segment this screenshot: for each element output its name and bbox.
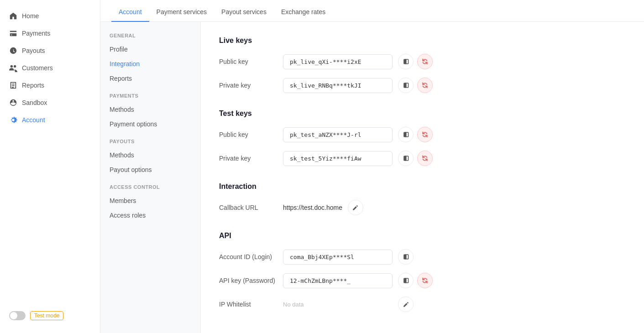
sub-nav-section-payments: PAYMENTS Methods Payment options xyxy=(100,93,200,131)
live-private-key-value[interactable]: sk_live_RNBq****tkJI xyxy=(283,78,393,93)
sub-nav-item-payout-options[interactable]: Payout options xyxy=(100,162,200,177)
test-private-key-copy-button[interactable] xyxy=(398,151,414,166)
live-public-key-row: Public key pk_live_qXi-****i2xE xyxy=(219,54,626,69)
live-private-key-refresh-button[interactable] xyxy=(417,78,433,93)
live-private-key-actions xyxy=(398,78,433,93)
ip-whitelist-edit-button[interactable] xyxy=(398,297,414,312)
sidebar-item-home[interactable]: Home xyxy=(0,7,100,25)
api-key-copy-button[interactable] xyxy=(398,273,414,288)
live-private-key-copy-button[interactable] xyxy=(398,78,414,93)
test-mode-area: Test mode xyxy=(0,306,100,326)
sub-nav-item-integration[interactable]: Integration xyxy=(100,57,200,71)
reports-icon xyxy=(9,81,17,89)
sidebar-item-sandbox[interactable]: Sandbox xyxy=(0,94,100,111)
live-private-key-label: Private key xyxy=(219,82,283,89)
api-key-value[interactable]: 12-mChZmLBnp****_ xyxy=(283,273,393,288)
sub-nav-section-label-general: GENERAL xyxy=(100,33,200,42)
test-public-key-value[interactable]: pk_test_aNZX****J-rl xyxy=(283,127,393,142)
account-id-value[interactable]: coma_Bbj4XEp****Sl xyxy=(283,250,393,265)
ip-whitelist-row: IP Whitelist No data xyxy=(219,297,626,312)
sidebar-item-payouts[interactable]: Payouts xyxy=(0,42,100,59)
api-key-refresh-button[interactable] xyxy=(417,273,433,288)
sub-nav-section-label-payments: PAYMENTS xyxy=(100,93,200,102)
test-mode-badge: Test mode xyxy=(30,311,63,320)
sub-nav-item-access-roles[interactable]: Access roles xyxy=(100,208,200,223)
sub-nav-section-payouts: PAYOUTS Methods Payout options xyxy=(100,139,200,177)
account-id-actions xyxy=(398,249,414,265)
section-test-keys: Test keys Public key pk_test_aNZX****J-r… xyxy=(219,109,626,166)
live-public-key-refresh-button[interactable] xyxy=(417,54,433,69)
sub-nav-item-methods[interactable]: Methods xyxy=(100,102,200,117)
payments-icon xyxy=(9,29,17,37)
toggle-knob xyxy=(10,312,17,319)
sidebar-label-payments: Payments xyxy=(22,30,50,37)
ip-whitelist-no-data: No data xyxy=(283,301,393,308)
live-public-key-label: Public key xyxy=(219,58,283,65)
live-keys-title: Live keys xyxy=(219,36,626,45)
main-area: Account Payment services Payout services… xyxy=(100,0,644,333)
sub-nav-item-payment-options[interactable]: Payment options xyxy=(100,117,200,131)
sidebar-item-customers[interactable]: Customers xyxy=(0,59,100,77)
section-interaction: Interaction Callback URL https://test.do… xyxy=(219,182,626,215)
tab-payout-services[interactable]: Payout services xyxy=(214,3,274,22)
account-icon xyxy=(9,116,17,124)
customers-icon xyxy=(9,64,17,72)
sidebar: Home Payments Payouts Customers Reports … xyxy=(0,0,100,333)
test-private-key-label: Private key xyxy=(219,155,283,162)
interaction-title: Interaction xyxy=(219,182,626,191)
test-private-key-refresh-button[interactable] xyxy=(417,151,433,166)
api-key-row: API key (Password) 12-mChZmLBnp****_ xyxy=(219,273,626,288)
home-icon xyxy=(9,12,17,20)
sub-nav-section-label-access-control: ACCESS CONTROL xyxy=(100,184,200,193)
content-area: GENERAL Profile Integration Reports PAYM… xyxy=(100,22,644,333)
account-id-copy-button[interactable] xyxy=(398,249,414,265)
sub-nav-item-members[interactable]: Members xyxy=(100,193,200,208)
account-id-label: Account ID (Login) xyxy=(219,253,283,260)
test-mode-toggle[interactable] xyxy=(9,311,26,320)
tab-account[interactable]: Account xyxy=(111,3,149,22)
sub-nav-item-reports[interactable]: Reports xyxy=(100,71,200,86)
test-public-key-refresh-button[interactable] xyxy=(417,127,433,142)
test-public-key-actions xyxy=(398,127,433,142)
sandbox-icon xyxy=(9,99,17,107)
callback-url-row: Callback URL https://test.doc.home xyxy=(219,200,626,215)
sidebar-item-account[interactable]: Account xyxy=(0,111,100,129)
tab-payment-services[interactable]: Payment services xyxy=(149,3,214,22)
sidebar-label-home: Home xyxy=(22,12,39,20)
sidebar-label-payouts: Payouts xyxy=(22,47,45,54)
tabs-bar: Account Payment services Payout services… xyxy=(100,0,644,22)
api-key-actions xyxy=(398,273,433,288)
sidebar-label-customers: Customers xyxy=(22,64,53,72)
live-public-key-copy-button[interactable] xyxy=(398,54,414,69)
sidebar-label-sandbox: Sandbox xyxy=(22,99,47,106)
payouts-icon xyxy=(9,47,17,55)
tab-exchange-rates[interactable]: Exchange rates xyxy=(274,3,333,22)
sidebar-item-payments[interactable]: Payments xyxy=(0,25,100,42)
sub-nav-section-general: GENERAL Profile Integration Reports xyxy=(100,33,200,86)
test-private-key-actions xyxy=(398,151,433,166)
test-public-key-row: Public key pk_test_aNZX****J-rl xyxy=(219,127,626,142)
callback-url-value: https://test.doc.home xyxy=(283,204,342,211)
live-public-key-value[interactable]: pk_live_qXi-****i2xE xyxy=(283,54,393,69)
account-id-row: Account ID (Login) coma_Bbj4XEp****Sl xyxy=(219,249,626,265)
sub-nav-section-access-control: ACCESS CONTROL Members Access roles xyxy=(100,184,200,223)
sub-nav: GENERAL Profile Integration Reports PAYM… xyxy=(100,22,201,333)
sub-nav-section-label-payouts: PAYOUTS xyxy=(100,139,200,148)
main-content: Live keys Public key pk_live_qXi-****i2x… xyxy=(201,22,644,333)
live-private-key-row: Private key sk_live_RNBq****tkJI xyxy=(219,78,626,93)
callback-url-edit-button[interactable] xyxy=(348,200,363,215)
sub-nav-item-profile[interactable]: Profile xyxy=(100,42,200,57)
section-api: API Account ID (Login) coma_Bbj4XEp****S… xyxy=(219,232,626,312)
test-public-key-label: Public key xyxy=(219,131,283,138)
test-keys-title: Test keys xyxy=(219,109,626,118)
test-public-key-copy-button[interactable] xyxy=(398,127,414,142)
section-live-keys: Live keys Public key pk_live_qXi-****i2x… xyxy=(219,36,626,93)
sidebar-label-reports: Reports xyxy=(22,82,44,89)
callback-url-label: Callback URL xyxy=(219,204,283,211)
test-private-key-value[interactable]: sk_test_5Yiz****fiAw xyxy=(283,151,393,166)
sidebar-label-account: Account xyxy=(22,116,45,124)
sub-nav-item-payout-methods[interactable]: Methods xyxy=(100,148,200,162)
live-public-key-actions xyxy=(398,54,433,69)
api-key-label: API key (Password) xyxy=(219,277,283,284)
sidebar-item-reports[interactable]: Reports xyxy=(0,77,100,94)
